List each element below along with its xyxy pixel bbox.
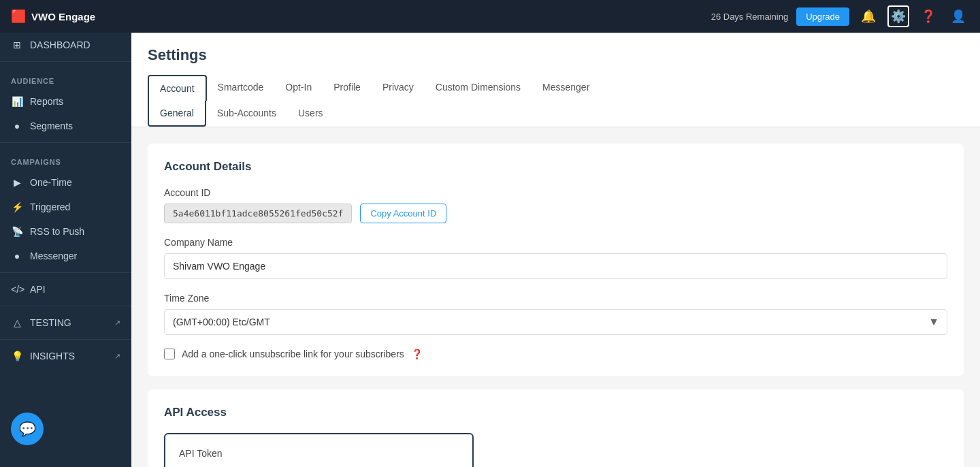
sidebar-item-dashboard[interactable]: ⊞ DASHBOARD	[0, 33, 131, 57]
tab-smartcode[interactable]: Smartcode	[207, 75, 275, 101]
account-details-card: Account Details Account ID 5a4e6011bf11a…	[148, 144, 964, 376]
campaigns-section-label: CAMPAIGNS	[0, 147, 131, 170]
upgrade-button[interactable]: Upgrade	[796, 7, 849, 26]
timezone-select[interactable]: (GMT+00:00) Etc/GMT	[164, 309, 947, 335]
api-icon: </>	[11, 284, 23, 295]
sidebar-divider-2	[0, 142, 131, 143]
company-name-group: Company Name	[164, 237, 947, 279]
sidebar-item-triggered[interactable]: ⚡ Triggered	[0, 195, 131, 219]
sidebar: ⊞ DASHBOARD AUDIENCE 📊 Reports ● Segment…	[0, 33, 131, 467]
segments-icon: ●	[11, 120, 23, 131]
sidebar-item-segments[interactable]: ● Segments	[0, 114, 131, 138]
one-time-icon: ▶	[11, 177, 23, 188]
reports-icon: 📊	[11, 96, 23, 107]
sidebar-label-triggered: Triggered	[30, 202, 70, 212]
testing-external-icon: ↗	[114, 319, 120, 327]
tab-users[interactable]: Users	[287, 101, 334, 127]
sidebar-divider-4	[0, 306, 131, 306]
timezone-group: Time Zone (GMT+00:00) Etc/GMT ▼	[164, 293, 947, 335]
days-remaining: 26 Days Remaining	[711, 12, 788, 22]
header-right: 26 Days Remaining Upgrade 🔔 ⚙️ ❓ 👤	[711, 5, 969, 27]
timezone-select-wrapper: (GMT+00:00) Etc/GMT ▼	[164, 309, 947, 335]
account-id-value: 5a4e6011bf11adce8055261fed50c52f	[164, 204, 352, 223]
tab-messenger[interactable]: Messenger	[532, 75, 600, 101]
tab-profile[interactable]: Profile	[323, 75, 372, 101]
api-access-card: API Access API Token 826d6223c8c7c81b2a4…	[148, 389, 964, 467]
testing-icon: △	[11, 317, 23, 328]
main-content: Settings Account Smartcode Opt-In Profil…	[131, 33, 980, 467]
api-token-label: API Token	[179, 448, 459, 459]
sidebar-label-rss: RSS to Push	[30, 226, 84, 237]
sidebar-bottom: 💬	[0, 402, 131, 467]
sidebar-item-rss[interactable]: 📡 RSS to Push	[0, 219, 131, 244]
sidebar-item-one-time[interactable]: ▶ One-Time	[0, 170, 131, 195]
settings-content: Account Details Account ID 5a4e6011bf11a…	[131, 127, 980, 467]
tabs-row-2: General Sub-Accounts Users	[148, 101, 964, 127]
sidebar-label-one-time: One-Time	[30, 177, 72, 188]
dashboard-icon: ⊞	[11, 39, 23, 50]
logo-icon: 🟥	[11, 9, 26, 24]
tab-sub-accounts[interactable]: Sub-Accounts	[206, 101, 287, 127]
notification-icon[interactable]: 🔔	[858, 5, 879, 27]
insights-icon: 💡	[11, 351, 23, 361]
sidebar-label-api: API	[30, 284, 46, 295]
sidebar-item-insights[interactable]: 💡 INSIGHTS ↗	[0, 344, 131, 368]
api-token-box: API Token 826d6223c8c7c81b2a44ee51213a89…	[164, 433, 474, 467]
sidebar-label-insights: INSIGHTS	[30, 351, 75, 361]
header-left: 🟥 VWO Engage	[11, 9, 95, 24]
unsubscribe-row: Add a one-click unsubscribe link for you…	[164, 349, 947, 359]
triggered-icon: ⚡	[11, 202, 23, 212]
chat-bubble[interactable]: 💬	[11, 413, 44, 445]
app-title: VWO Engage	[31, 11, 95, 22]
timezone-label: Time Zone	[164, 293, 947, 304]
messenger-icon: ●	[11, 251, 23, 261]
sidebar-label-reports: Reports	[30, 96, 63, 107]
sidebar-label-dashboard: DASHBOARD	[30, 39, 91, 50]
settings-icon[interactable]: ⚙️	[887, 5, 909, 27]
unsubscribe-label: Add a one-click unsubscribe link for you…	[182, 349, 404, 359]
sidebar-label-segments: Segments	[30, 120, 73, 131]
account-id-row: 5a4e6011bf11adce8055261fed50c52f Copy Ac…	[164, 204, 947, 223]
tab-account[interactable]: Account	[148, 75, 207, 101]
rss-icon: 📡	[11, 226, 23, 237]
sidebar-divider-1	[0, 61, 131, 62]
tab-custom-dimensions[interactable]: Custom Dimensions	[425, 75, 532, 101]
audience-section-label: AUDIENCE	[0, 66, 131, 89]
unsubscribe-checkbox[interactable]	[164, 349, 175, 359]
account-details-title: Account Details	[164, 160, 947, 174]
settings-header: Settings Account Smartcode Opt-In Profil…	[131, 33, 980, 127]
help-icon[interactable]: ❓	[917, 5, 939, 27]
sidebar-item-testing[interactable]: △ TESTING ↗	[0, 310, 131, 335]
sidebar-divider-5	[0, 339, 131, 340]
help-circle-icon[interactable]: ❓	[411, 349, 423, 359]
company-name-input[interactable]	[164, 253, 947, 279]
sidebar-label-testing: TESTING	[30, 317, 71, 328]
tab-privacy[interactable]: Privacy	[372, 75, 425, 101]
user-icon[interactable]: 👤	[947, 5, 969, 27]
sidebar-divider-3	[0, 272, 131, 273]
settings-title: Settings	[148, 46, 964, 64]
account-id-label: Account ID	[164, 187, 947, 198]
main-layout: ⊞ DASHBOARD AUDIENCE 📊 Reports ● Segment…	[0, 33, 980, 467]
sidebar-item-reports[interactable]: 📊 Reports	[0, 89, 131, 114]
app-header: 🟥 VWO Engage 26 Days Remaining Upgrade 🔔…	[0, 0, 980, 33]
account-id-group: Account ID 5a4e6011bf11adce8055261fed50c…	[164, 187, 947, 223]
insights-external-icon: ↗	[114, 352, 120, 361]
sidebar-item-api[interactable]: </> API	[0, 277, 131, 302]
sidebar-label-messenger: Messenger	[30, 251, 77, 261]
sidebar-item-messenger[interactable]: ● Messenger	[0, 244, 131, 268]
tabs-row-1: Account Smartcode Opt-In Profile Privacy…	[148, 75, 964, 101]
api-access-title: API Access	[164, 406, 947, 419]
copy-account-id-button[interactable]: Copy Account ID	[360, 204, 446, 223]
tab-opt-in[interactable]: Opt-In	[274, 75, 323, 101]
tab-general[interactable]: General	[148, 101, 206, 127]
company-name-label: Company Name	[164, 237, 947, 248]
